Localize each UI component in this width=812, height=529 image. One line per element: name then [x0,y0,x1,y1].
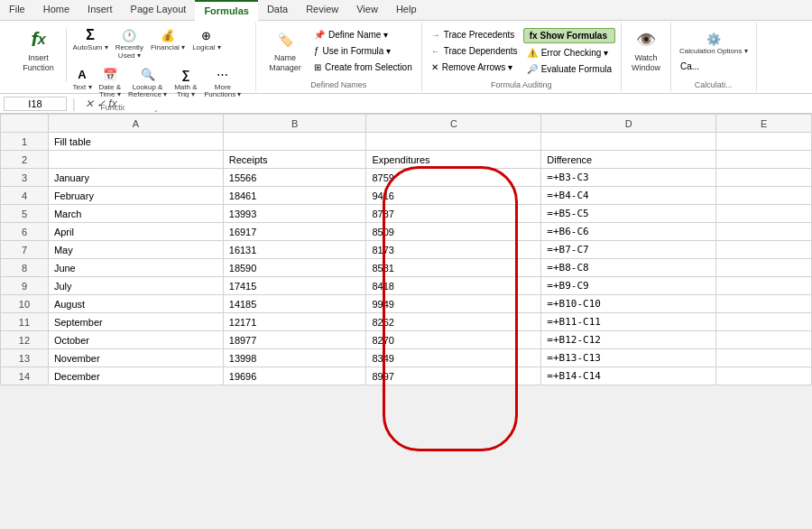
cell-c-row-7[interactable]: 8173 [366,241,541,259]
cell-a-row-5[interactable]: March [48,205,223,223]
cell-b-row-9[interactable]: 17415 [223,277,366,295]
define-name-btn[interactable]: 📌 Define Name ▾ [310,28,416,42]
cell-d-row-9[interactable]: =+B9-C9 [541,277,716,295]
cell-c-row-14[interactable]: 8997 [366,367,541,385]
cell-e-row-6[interactable] [716,223,812,241]
cell-c-row-9[interactable]: 8418 [366,277,541,295]
cell-c-row-13[interactable]: 8349 [366,349,541,367]
cell-b-row-12[interactable]: 18977 [223,331,366,349]
cell-a-row-12[interactable]: October [48,331,223,349]
tab-formulas[interactable]: Formulas [195,0,258,21]
calculation-options-btn[interactable]: ⚙️ Calculation Options ▾ [677,28,751,58]
name-box[interactable] [4,97,67,111]
cell-e-row-3[interactable] [716,169,812,187]
cell-b-row-10[interactable]: 14185 [223,295,366,313]
calc-now-btn[interactable]: Ca... [677,60,703,73]
tab-help[interactable]: Help [387,0,426,20]
tab-review[interactable]: Review [297,0,347,20]
tab-home[interactable]: Home [34,0,78,20]
cell-d-row-3[interactable]: =+B3-C3 [541,169,716,187]
cell-d-row-4[interactable]: =+B4-C4 [541,187,716,205]
cell-d-row-5[interactable]: =+B5-C5 [541,205,716,223]
cell-a-row-3[interactable]: January [48,169,223,187]
cell-b-row-6[interactable]: 16917 [223,223,366,241]
cell-b-row-5[interactable]: 13993 [223,205,366,223]
cell-b-row-4[interactable]: 18461 [223,187,366,205]
logical-btn[interactable]: ⊕ Logical ▾ [189,24,224,62]
cell-a-row-8[interactable]: June [48,259,223,277]
col-header-d[interactable]: D [541,115,716,133]
cell-a-row-14[interactable]: December [48,367,223,385]
cell-a-row-10[interactable]: August [48,295,223,313]
cell-b-row-11[interactable]: 12171 [223,313,366,331]
math-trig-btn[interactable]: ∑ Math &Trig ▾ [171,64,199,102]
more-functions-btn[interactable]: ⋯ MoreFunctions ▾ [201,64,244,102]
watch-window-btn[interactable]: 👁️ WatchWindow [627,24,665,76]
cell-e-row-12[interactable] [716,331,812,349]
col-header-b[interactable]: B [223,115,366,133]
cell-c-row-4[interactable]: 9416 [366,187,541,205]
tab-page-layout[interactable]: Page Layout [122,0,196,20]
cell-c-row-2[interactable]: Expenditures [366,151,541,169]
cell-c-row-8[interactable]: 8531 [366,259,541,277]
cell-d-row-8[interactable]: =+B8-C8 [541,259,716,277]
cell-e-row-7[interactable] [716,241,812,259]
trace-precedents-btn[interactable]: → Trace Precedents [428,28,521,42]
remove-arrows-btn[interactable]: ✕ Remove Arrows ▾ [428,60,521,74]
cell-e-row-2[interactable] [716,151,812,169]
lookup-ref-btn[interactable]: 🔍 Lookup &Reference ▾ [125,64,170,102]
col-header-e[interactable]: E [716,115,812,133]
cell-e-row-8[interactable] [716,259,812,277]
tab-insert[interactable]: Insert [78,0,122,20]
cell-c-row-5[interactable]: 8737 [366,205,541,223]
cell-c-row-3[interactable]: 8759 [366,169,541,187]
cell-e-row-4[interactable] [716,187,812,205]
cell-d-row-14[interactable]: =+B14-C14 [541,367,716,385]
cell-b-row-3[interactable]: 15566 [223,169,366,187]
cell-a-row-13[interactable]: November [48,349,223,367]
cell-c-row-12[interactable]: 8270 [366,331,541,349]
cell-d-row-11[interactable]: =+B11-C11 [541,313,716,331]
col-header-a[interactable]: A [48,115,223,133]
financial-btn[interactable]: 💰 Financial ▾ [148,24,188,62]
cell-c-row-11[interactable]: 8262 [366,313,541,331]
name-manager-btn[interactable]: 🏷️ NameManager [262,24,309,76]
cell-b-row-2[interactable]: Receipts [223,151,366,169]
error-checking-btn[interactable]: ⚠️ Error Checking ▾ [523,46,615,60]
cell-e-row-14[interactable] [716,367,812,385]
cell-a-row-1[interactable]: Fill table [48,133,223,151]
cell-a-row-11[interactable]: September [48,313,223,331]
cell-a-row-9[interactable]: July [48,277,223,295]
cell-b-row-13[interactable]: 13998 [223,349,366,367]
cell-b-row-7[interactable]: 16131 [223,241,366,259]
tab-data[interactable]: Data [258,0,297,20]
cell-a-row-6[interactable]: April [48,223,223,241]
cell-d-row-12[interactable]: =+B12-C12 [541,331,716,349]
cell-b-row-14[interactable]: 19696 [223,367,366,385]
cell-e-row-11[interactable] [716,313,812,331]
col-header-c[interactable]: C [366,115,541,133]
show-formulas-btn[interactable]: fx Show Formulas [523,28,615,43]
cell-e-row-1[interactable] [716,133,812,151]
use-in-formula-btn[interactable]: ƒ Use in Formula ▾ [310,44,416,58]
cell-e-row-10[interactable] [716,295,812,313]
cell-a-row-4[interactable]: February [48,187,223,205]
recently-used-btn[interactable]: 🕐 RecentlyUsed ▾ [113,24,146,62]
cell-c-row-10[interactable]: 9949 [366,295,541,313]
cell-c-row-6[interactable]: 8509 [366,223,541,241]
insert-function-btn[interactable]: fx InsertFunction [15,24,62,76]
cell-d-row-2[interactable]: Difference [541,151,716,169]
cell-e-row-13[interactable] [716,349,812,367]
date-time-btn[interactable]: 📅 Date &Time ▾ [97,64,124,102]
cell-d-row-6[interactable]: =+B6-C6 [541,223,716,241]
tab-file[interactable]: File [0,0,34,20]
cell-e-row-9[interactable] [716,277,812,295]
cell-d-row-13[interactable]: =+B13-C13 [541,349,716,367]
tab-view[interactable]: View [347,0,387,20]
cell-d-row-1[interactable] [541,133,716,151]
cell-b-row-8[interactable]: 18590 [223,259,366,277]
formula-input[interactable] [125,97,808,110]
cell-a-row-2[interactable] [48,151,223,169]
cell-b-row-1[interactable] [223,133,366,151]
autosum-btn[interactable]: Σ AutoSum ▾ [70,24,111,62]
